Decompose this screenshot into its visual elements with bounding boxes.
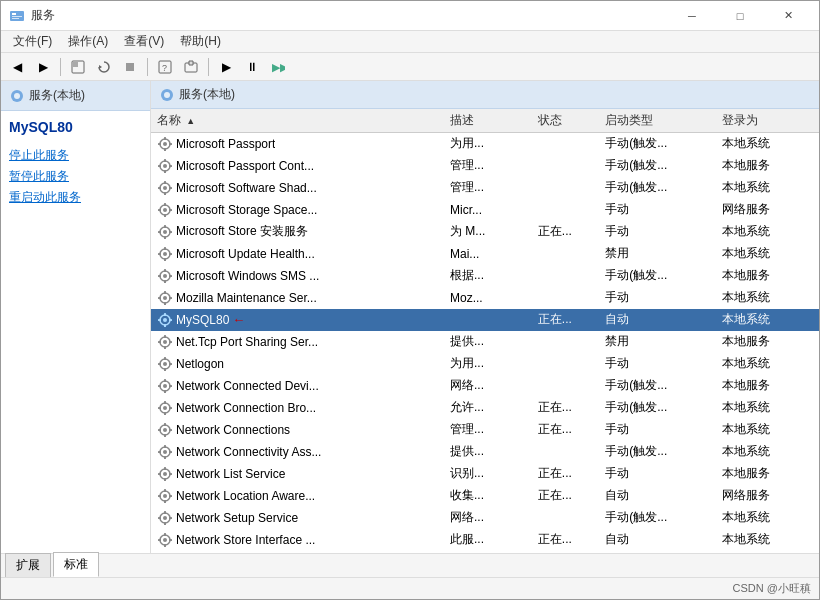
table-row[interactable]: Mozilla Maintenance Ser...Moz...手动本地系统 — [151, 287, 819, 309]
svg-rect-1 — [12, 13, 16, 15]
close-button[interactable]: ✕ — [765, 1, 811, 31]
table-row[interactable]: Net.Tcp Port Sharing Ser...提供...禁用本地服务 — [151, 331, 819, 353]
service-login: 本地系统 — [716, 397, 819, 419]
service-desc: 为用... — [444, 133, 532, 155]
table-row[interactable]: Network Store Interface ...此服...正在...自动本… — [151, 529, 819, 551]
svg-rect-123 — [169, 517, 172, 519]
service-login: 本地服务 — [716, 265, 819, 287]
selected-arrow-indicator: ← — [232, 312, 245, 327]
service-status — [532, 353, 599, 375]
service-status — [532, 155, 599, 177]
service-desc: 为用... — [444, 353, 532, 375]
table-row[interactable]: Microsoft Storage Space...Micr...手动网络服务 — [151, 199, 819, 221]
table-row[interactable]: Network Location Aware...收集...正在...自动网络服… — [151, 485, 819, 507]
svg-rect-117 — [169, 495, 172, 497]
table-row[interactable]: Network Setup Service网络...手动(触发...本地系统 — [151, 507, 819, 529]
service-status — [532, 331, 599, 353]
table-row[interactable]: Network Connectivity Ass...提供...手动(触发...… — [151, 441, 819, 463]
selected-service-name: MySQL80 — [9, 119, 142, 135]
export-button[interactable] — [179, 56, 203, 78]
svg-rect-120 — [164, 511, 166, 514]
table-row[interactable]: Network List Service识别...正在...手动本地服务 — [151, 463, 819, 485]
tab-extended[interactable]: 扩展 — [5, 553, 51, 577]
back-button[interactable]: ◀ — [5, 56, 29, 78]
forward-button[interactable]: ▶ — [31, 56, 55, 78]
app-icon — [9, 8, 25, 24]
svg-rect-38 — [158, 209, 161, 211]
restart-service-link[interactable]: 重启动此服务 — [9, 189, 142, 206]
service-gear-icon — [157, 158, 173, 174]
svg-rect-128 — [158, 539, 161, 541]
svg-rect-66 — [164, 313, 166, 316]
service-login: 本地系统 — [716, 287, 819, 309]
service-login: 本地系统 — [716, 353, 819, 375]
sort-arrow-name: ▲ — [186, 116, 195, 126]
tab-standard[interactable]: 标准 — [53, 552, 99, 577]
menu-action[interactable]: 操作(A) — [60, 31, 116, 52]
service-gear-icon — [157, 136, 173, 152]
table-row[interactable]: Microsoft Update Health...Mai...禁用本地系统 — [151, 243, 819, 265]
service-name: Microsoft Store 安装服务 — [176, 223, 308, 240]
right-panel-icon — [159, 87, 175, 103]
table-row[interactable]: Microsoft Passport Cont...管理...手动(触发...本… — [151, 155, 819, 177]
svg-rect-37 — [164, 214, 166, 217]
title-bar-controls: ─ □ ✕ — [669, 1, 811, 31]
service-desc: Mai... — [444, 243, 532, 265]
svg-rect-129 — [169, 539, 172, 541]
pause-button[interactable]: ⏸ — [240, 56, 264, 78]
service-status — [532, 507, 599, 529]
service-desc: Moz... — [444, 287, 532, 309]
service-login: 本地系统 — [716, 221, 819, 243]
table-row[interactable]: Network Connections管理...正在...手动本地系统 — [151, 419, 819, 441]
svg-rect-27 — [169, 165, 172, 167]
svg-point-13 — [14, 93, 20, 99]
service-startup: 禁用 — [599, 331, 716, 353]
up-button[interactable] — [66, 56, 90, 78]
restart-button[interactable]: ▶▶ — [266, 56, 290, 78]
col-name[interactable]: 名称 ▲ — [151, 109, 444, 133]
table-row[interactable]: Network Connection Bro...允许...正在...手动(触发… — [151, 397, 819, 419]
services-local-icon — [9, 88, 25, 104]
service-gear-icon — [157, 378, 173, 394]
service-status: 正在... — [532, 529, 599, 551]
svg-rect-60 — [164, 291, 166, 294]
play-button[interactable]: ▶ — [214, 56, 238, 78]
menu-help[interactable]: 帮助(H) — [172, 31, 229, 52]
svg-rect-19 — [164, 148, 166, 151]
help-button[interactable]: ? — [153, 56, 177, 78]
service-name: Network List Service — [176, 467, 285, 481]
svg-rect-121 — [164, 522, 166, 525]
service-name: Network Store Interface ... — [176, 533, 315, 547]
svg-rect-20 — [158, 143, 161, 145]
svg-rect-3 — [12, 18, 19, 19]
service-startup: 手动(触发... — [599, 155, 716, 177]
svg-point-65 — [163, 318, 167, 322]
stop-button[interactable] — [118, 56, 142, 78]
service-desc — [444, 309, 532, 331]
table-row[interactable]: Microsoft Software Shad...管理...手动(触发...本… — [151, 177, 819, 199]
svg-rect-74 — [158, 341, 161, 343]
stop-service-link[interactable]: 停止此服务 — [9, 147, 142, 164]
table-row[interactable]: MySQL80 ←正在...自动本地系统 — [151, 309, 819, 331]
services-table-container[interactable]: 名称 ▲ 描述 状态 启动类型 登录为 Microsoft Passport为用… — [151, 109, 819, 553]
minimize-button[interactable]: ─ — [669, 1, 715, 31]
table-row[interactable]: Netlogon为用...手动本地系统 — [151, 353, 819, 375]
table-row[interactable]: Microsoft Windows SMS ...根据...手动(触发...本地… — [151, 265, 819, 287]
svg-rect-102 — [164, 445, 166, 448]
svg-rect-75 — [169, 341, 172, 343]
title-bar-left: 服务 — [9, 7, 55, 24]
pause-service-link[interactable]: 暂停此服务 — [9, 168, 142, 185]
toolbar-sep-3 — [208, 58, 209, 76]
table-row[interactable]: Microsoft Store 安装服务为 M...正在...手动本地系统 — [151, 221, 819, 243]
service-name: Microsoft Storage Space... — [176, 203, 317, 217]
refresh-button[interactable] — [92, 56, 116, 78]
service-name: Microsoft Software Shad... — [176, 181, 317, 195]
table-row[interactable]: Microsoft Passport为用...手动(触发...本地系统 — [151, 133, 819, 155]
menu-file[interactable]: 文件(F) — [5, 31, 60, 52]
maximize-button[interactable]: □ — [717, 1, 763, 31]
menu-view[interactable]: 查看(V) — [116, 31, 172, 52]
service-desc: 收集... — [444, 485, 532, 507]
svg-rect-116 — [158, 495, 161, 497]
table-row[interactable]: Network Connected Devi...网络...手动(触发...本地… — [151, 375, 819, 397]
svg-rect-48 — [164, 247, 166, 250]
